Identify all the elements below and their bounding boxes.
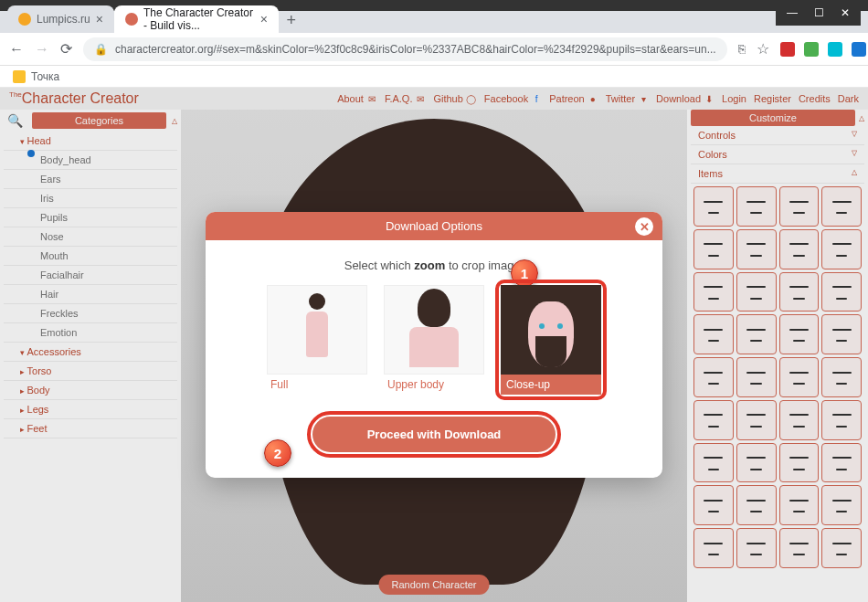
modal-body: 1 Select which zoom to crop image: Full … [206, 240, 662, 478]
zoom-label: Upper body [384, 375, 484, 395]
folder-icon [13, 70, 26, 83]
url-text: charactercreator.org/#sex=m&skinColor=%2… [115, 43, 716, 56]
browser-tab-lumpics[interactable]: Lumpics.ru × [7, 5, 114, 33]
close-tab-icon[interactable]: × [260, 12, 268, 26]
zoom-option-closeup[interactable]: Close-up [501, 285, 601, 395]
extension-icon[interactable] [780, 42, 795, 57]
address-bar[interactable]: 🔒 charactercreator.org/#sex=m&skinColor=… [83, 37, 727, 61]
close-tab-icon[interactable]: × [96, 12, 103, 26]
proceed-button-wrap: Proceed with Download [312, 417, 556, 452]
zoom-thumbnail [384, 285, 484, 375]
extension-icon[interactable] [828, 42, 842, 57]
extension-icon[interactable] [804, 42, 819, 57]
back-button[interactable]: ← [9, 41, 24, 58]
translate-icon[interactable]: ⎘ [738, 42, 746, 56]
minimize-icon[interactable]: — [787, 6, 798, 19]
zoom-label: Close-up [501, 375, 601, 395]
modal-title-bar: Download Options ✕ [206, 212, 662, 240]
close-window-icon[interactable]: ✕ [841, 6, 850, 19]
app-viewport: TheCharacter Creator About✉ F.A.Q.✉ Gith… [0, 88, 868, 602]
modal-title: Download Options [386, 219, 482, 233]
browser-toolbar: ← → ⟳ 🔒 charactercreator.org/#sex=m&skin… [0, 33, 868, 66]
lock-icon: 🔒 [94, 43, 108, 56]
favicon-icon [125, 13, 138, 26]
bookmark-item[interactable]: Точка [31, 70, 59, 83]
star-icon[interactable]: ☆ [757, 40, 769, 58]
annotation-callout-1: 1 [511, 259, 538, 287]
close-modal-button[interactable]: ✕ [635, 217, 653, 236]
proceed-download-button[interactable]: Proceed with Download [312, 417, 556, 452]
annotation-callout-2: 2 [264, 439, 291, 467]
new-tab-button[interactable]: + [279, 7, 304, 33]
browser-tab-charactercreator[interactable]: The Character Creator - Build vis... × [114, 5, 279, 33]
modal-prompt: Select which zoom to crop image: [228, 259, 640, 272]
download-options-modal: Download Options ✕ 1 Select which zoom t… [206, 212, 662, 478]
extensions [780, 42, 868, 57]
modal-overlay: Download Options ✕ 1 Select which zoom t… [0, 88, 868, 602]
tab-title: The Character Creator - Build vis... [143, 6, 255, 32]
bookmarks-bar: Точка [0, 66, 868, 88]
window-controls: — ☐ ✕ [776, 0, 861, 26]
zoom-thumbnail [501, 285, 601, 375]
favicon-icon [18, 13, 31, 26]
zoom-option-full[interactable]: Full [267, 285, 367, 395]
zoom-label: Full [267, 375, 367, 395]
tab-title: Lumpics.ru [37, 13, 90, 26]
zoom-option-upper-body[interactable]: Upper body [384, 285, 484, 395]
maximize-icon[interactable]: ☐ [814, 6, 824, 19]
zoom-options: Full Upper body Close-up [228, 285, 640, 395]
reload-button[interactable]: ⟳ [60, 40, 72, 58]
extension-icon[interactable] [852, 42, 866, 57]
forward-button[interactable]: → [35, 41, 49, 58]
zoom-thumbnail [267, 285, 367, 375]
